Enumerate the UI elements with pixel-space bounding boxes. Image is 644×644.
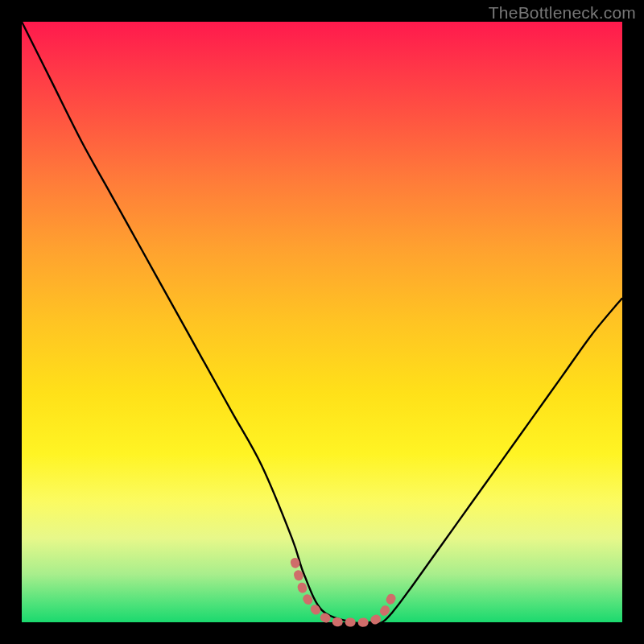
bottleneck-curve	[22, 22, 622, 623]
valley-marker	[295, 562, 394, 622]
chart-frame: TheBottleneck.com	[0, 0, 644, 644]
chart-svg	[22, 22, 622, 622]
plot-area	[22, 22, 622, 622]
watermark-text: TheBottleneck.com	[489, 3, 636, 23]
